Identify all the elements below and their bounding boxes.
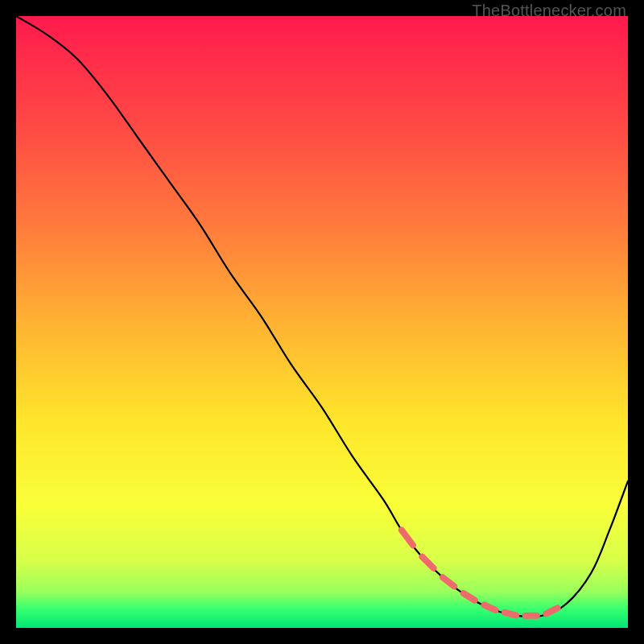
- chart-frame: TheBottlenecker.com: [0, 0, 644, 644]
- curve-svg: [16, 16, 628, 628]
- highlight-dash: [464, 593, 475, 601]
- highlight-dash: [443, 577, 454, 586]
- highlight-dash: [402, 530, 413, 545]
- plot-area: [16, 16, 628, 628]
- highlight-dash: [505, 613, 516, 616]
- highlight-dash: [546, 608, 557, 613]
- highlight-dash: [484, 605, 495, 610]
- highlight-dash: [422, 557, 433, 568]
- bottleneck-curve: [16, 16, 628, 617]
